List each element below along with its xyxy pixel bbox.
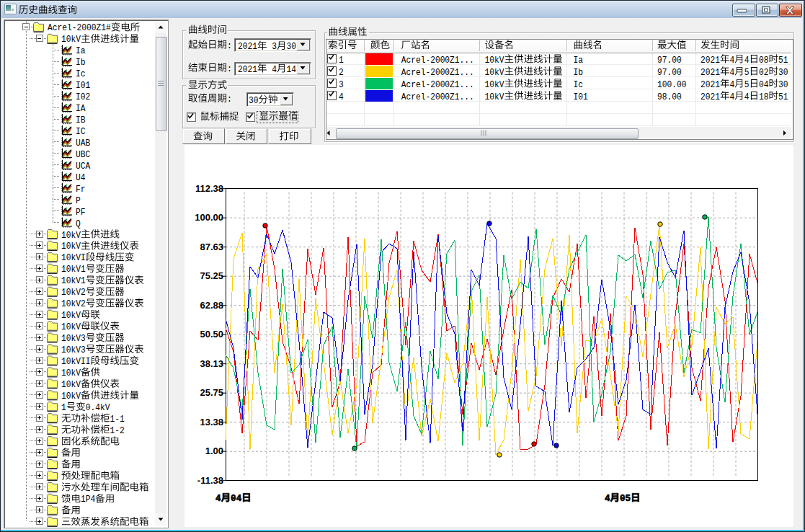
- svg-text:UAB: UAB: [76, 138, 90, 148]
- svg-text:10kV3: 10kV3: [61, 333, 86, 344]
- svg-text:0.4kV: 0.4kV: [86, 402, 110, 413]
- svg-text:1: 1: [61, 402, 66, 413]
- svg-text:3: 3: [339, 79, 344, 90]
- svg-text:100.00: 100.00: [195, 212, 223, 223]
- svg-text:62.88: 62.88: [200, 300, 223, 311]
- svg-text:10kV: 10kV: [61, 322, 81, 332]
- svg-text:1P4: 1P4: [81, 495, 95, 505]
- svg-text:14: 14: [287, 64, 296, 75]
- svg-text:I01: I01: [76, 81, 90, 92]
- svg-text:4: 4: [730, 92, 735, 102]
- svg-text:2021: 2021: [701, 79, 720, 90]
- svg-text:10kV: 10kV: [485, 79, 505, 90]
- svg-text:30: 30: [778, 79, 788, 90]
- svg-text:04: 04: [231, 493, 241, 504]
- svg-text:30: 30: [287, 41, 296, 52]
- svg-text:08: 08: [759, 55, 768, 66]
- svg-text:100.00: 100.00: [657, 79, 686, 90]
- svg-text:112.38: 112.38: [195, 183, 223, 194]
- svg-text:10kVI: 10kVI: [61, 253, 86, 264]
- svg-text::: :: [227, 94, 232, 105]
- svg-text:4: 4: [730, 55, 735, 66]
- svg-text:50.50: 50.50: [200, 329, 223, 340]
- svg-text:I01: I01: [573, 92, 587, 102]
- svg-text:4: 4: [339, 92, 344, 102]
- svg-text:Acrel-2000Z1#: Acrel-2000Z1#: [48, 23, 111, 34]
- svg-text:5: 5: [744, 79, 750, 90]
- svg-text:97.00: 97.00: [657, 67, 682, 78]
- svg-text:Acrel-2000Z1...: Acrel-2000Z1...: [401, 79, 474, 90]
- svg-text:4: 4: [744, 92, 750, 102]
- svg-text:10kV: 10kV: [61, 241, 81, 252]
- svg-text:2021: 2021: [701, 55, 720, 66]
- svg-text:02: 02: [759, 67, 768, 78]
- svg-text:UBC: UBC: [76, 149, 90, 160]
- svg-text:10kV1: 10kV1: [61, 276, 86, 287]
- svg-text:4: 4: [215, 493, 221, 504]
- svg-text:10kV2: 10kV2: [61, 288, 86, 298]
- svg-text:Ic: Ic: [76, 69, 85, 80]
- svg-text:2021: 2021: [701, 67, 720, 78]
- svg-text:87.63: 87.63: [200, 241, 223, 252]
- svg-text:10kVII: 10kVII: [61, 356, 90, 367]
- svg-text:13.38: 13.38: [200, 417, 223, 427]
- svg-text:4: 4: [605, 493, 610, 504]
- svg-text::: :: [227, 40, 232, 51]
- svg-text:2021: 2021: [238, 41, 257, 52]
- svg-text:U4: U4: [76, 172, 85, 183]
- svg-text:4: 4: [730, 79, 735, 90]
- svg-text:98.00: 98.00: [657, 92, 682, 102]
- svg-text:5: 5: [744, 67, 750, 78]
- svg-text:IC: IC: [76, 126, 85, 137]
- svg-text:Ia: Ia: [76, 46, 85, 57]
- svg-text:25.75: 25.75: [200, 387, 223, 398]
- svg-text:04: 04: [759, 79, 768, 90]
- svg-text:18: 18: [759, 92, 768, 102]
- svg-text:4: 4: [744, 55, 750, 66]
- svg-text:Ib: Ib: [573, 67, 582, 78]
- svg-text:1: 1: [339, 55, 344, 66]
- svg-text:10kV3: 10kV3: [61, 345, 86, 355]
- svg-text:1-2: 1-2: [110, 425, 125, 436]
- svg-text:Acrel-2000Z1...: Acrel-2000Z1...: [401, 55, 474, 66]
- svg-text:4: 4: [730, 67, 735, 78]
- svg-text:Ic: Ic: [573, 79, 582, 90]
- svg-text:P: P: [76, 195, 81, 206]
- svg-text:2021: 2021: [701, 92, 720, 102]
- svg-text:10kV: 10kV: [485, 67, 505, 78]
- svg-text:10kV: 10kV: [61, 368, 81, 378]
- svg-text:30: 30: [249, 95, 258, 106]
- svg-text::: :: [227, 63, 232, 74]
- svg-text:75.25: 75.25: [200, 270, 223, 281]
- svg-text:1-1: 1-1: [110, 414, 125, 425]
- svg-text:Acrel-2000Z1...: Acrel-2000Z1...: [401, 92, 474, 102]
- svg-text:10kV: 10kV: [485, 55, 505, 66]
- svg-text:I02: I02: [76, 92, 90, 102]
- svg-text:Ia: Ia: [573, 55, 582, 66]
- svg-text:Acrel-2000Z1...: Acrel-2000Z1...: [401, 67, 474, 78]
- svg-text:10kV: 10kV: [61, 35, 81, 45]
- svg-text:10kV: 10kV: [485, 92, 505, 102]
- svg-text:UCA: UCA: [76, 161, 91, 172]
- svg-text:2021: 2021: [238, 64, 257, 75]
- svg-text:3: 3: [272, 41, 277, 52]
- svg-text:10kV: 10kV: [61, 230, 81, 241]
- svg-text:38.13: 38.13: [200, 358, 223, 369]
- svg-text:Ib: Ib: [76, 58, 85, 68]
- svg-text:Q: Q: [76, 218, 81, 229]
- svg-text:10kV: 10kV: [61, 391, 81, 402]
- svg-text:2: 2: [339, 67, 344, 78]
- svg-text:51: 51: [778, 55, 788, 66]
- svg-text:1.00: 1.00: [205, 445, 223, 456]
- svg-text:PF: PF: [76, 207, 85, 218]
- svg-text:4: 4: [272, 64, 277, 75]
- svg-text:IA: IA: [76, 103, 86, 114]
- svg-text:Fr: Fr: [76, 184, 85, 195]
- svg-text:10kV: 10kV: [61, 310, 81, 321]
- svg-text:-11.38: -11.38: [197, 475, 223, 486]
- svg-text:10kV2: 10kV2: [61, 299, 86, 310]
- svg-text:97.00: 97.00: [657, 55, 682, 66]
- svg-text:IB: IB: [76, 115, 85, 125]
- svg-text:10kV: 10kV: [61, 379, 81, 390]
- svg-text:30: 30: [778, 67, 788, 78]
